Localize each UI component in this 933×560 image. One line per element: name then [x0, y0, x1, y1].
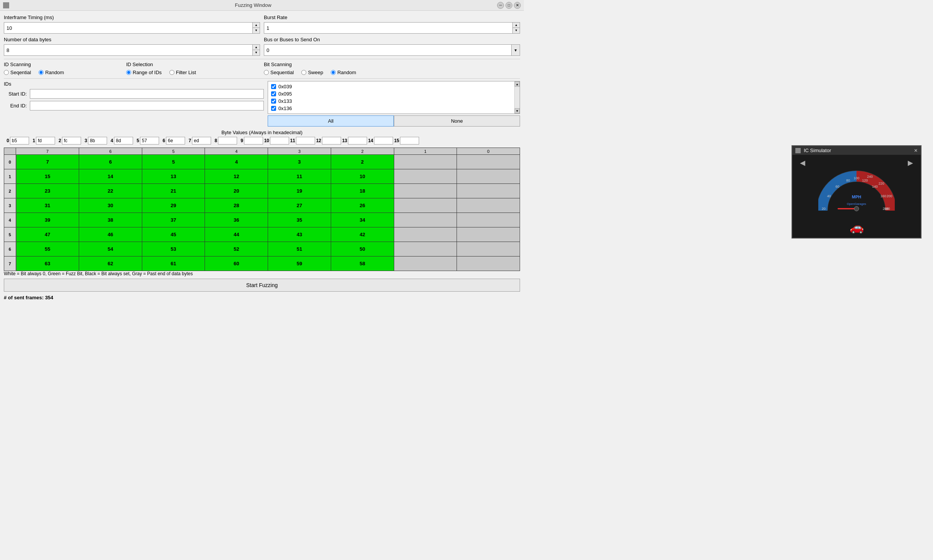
grid-cell-7-6[interactable]	[394, 256, 457, 271]
byte-input-1[interactable]	[36, 137, 55, 144]
bit-scanning-sweep[interactable]: Sweep	[301, 70, 323, 75]
ids-scroll-up[interactable]: ▲	[515, 81, 520, 87]
byte-input-2[interactable]	[62, 137, 81, 144]
byte-input-5[interactable]	[140, 137, 159, 144]
grid-cell-0-3[interactable]: 4	[205, 155, 268, 169]
num-data-bytes-input[interactable]	[4, 45, 252, 55]
grid-cell-3-1[interactable]: 30	[79, 198, 142, 213]
grid-cell-2-5[interactable]: 18	[331, 184, 394, 198]
byte-input-12[interactable]	[322, 137, 341, 144]
grid-cell-3-4[interactable]: 27	[268, 198, 331, 213]
byte-input-6[interactable]	[166, 137, 185, 144]
id-selection-filter[interactable]: Filter List	[169, 70, 196, 75]
grid-cell-7-5[interactable]: 58	[331, 256, 394, 271]
grid-cell-6-6[interactable]	[394, 242, 457, 256]
byte-input-10[interactable]	[270, 137, 289, 144]
grid-cell-5-1[interactable]: 46	[79, 227, 142, 242]
grid-cell-1-4[interactable]: 11	[268, 169, 331, 184]
grid-cell-4-6[interactable]	[394, 213, 457, 227]
grid-cell-7-1[interactable]: 62	[79, 256, 142, 271]
byte-input-7[interactable]	[192, 137, 211, 144]
id-selection-range[interactable]: Range of IDs	[126, 70, 162, 75]
grid-cell-5-3[interactable]: 44	[205, 227, 268, 242]
close-button[interactable]: ✕	[514, 2, 521, 9]
grid-cell-2-6[interactable]	[394, 184, 457, 198]
interframe-timing-up[interactable]: ▲	[253, 23, 260, 28]
grid-cell-4-7[interactable]	[457, 213, 520, 227]
checkbox-0x095[interactable]	[271, 91, 276, 96]
grid-cell-0-1[interactable]: 6	[79, 155, 142, 169]
grid-cell-7-7[interactable]	[457, 256, 520, 271]
checkbox-0x039[interactable]	[271, 84, 276, 89]
grid-cell-3-7[interactable]	[457, 198, 520, 213]
grid-cell-5-0[interactable]: 47	[16, 227, 79, 242]
grid-cell-6-4[interactable]: 51	[268, 242, 331, 256]
grid-cell-6-2[interactable]: 53	[142, 242, 205, 256]
grid-cell-3-6[interactable]	[394, 198, 457, 213]
grid-cell-5-7[interactable]	[457, 227, 520, 242]
grid-cell-3-5[interactable]: 26	[331, 198, 394, 213]
all-button[interactable]: All	[268, 115, 394, 127]
start-id-input[interactable]	[30, 89, 264, 99]
checkbox-0x136[interactable]	[271, 106, 276, 111]
grid-cell-4-0[interactable]: 39	[16, 213, 79, 227]
grid-cell-6-1[interactable]: 54	[79, 242, 142, 256]
bit-scanning-sequential[interactable]: Sequential	[264, 70, 294, 75]
grid-cell-0-5[interactable]: 2	[331, 155, 394, 169]
interframe-timing-input[interactable]	[4, 23, 252, 33]
grid-cell-4-3[interactable]: 36	[205, 213, 268, 227]
bus-select-input[interactable]: 0 1 2 3	[264, 46, 511, 55]
maximize-button[interactable]: □	[506, 2, 512, 9]
checkbox-0x133[interactable]	[271, 99, 276, 104]
grid-cell-4-2[interactable]: 37	[142, 213, 205, 227]
byte-input-3[interactable]	[88, 137, 107, 144]
id-scanning-random[interactable]: Random	[39, 70, 64, 75]
grid-cell-3-3[interactable]: 28	[205, 198, 268, 213]
bit-scanning-random[interactable]: Random	[331, 70, 356, 75]
grid-cell-2-1[interactable]: 22	[79, 184, 142, 198]
grid-cell-2-0[interactable]: 23	[16, 184, 79, 198]
grid-cell-2-3[interactable]: 20	[205, 184, 268, 198]
grid-cell-6-5[interactable]: 50	[331, 242, 394, 256]
grid-cell-7-2[interactable]: 61	[142, 256, 205, 271]
grid-cell-1-7[interactable]	[457, 169, 520, 184]
grid-cell-1-3[interactable]: 12	[205, 169, 268, 184]
grid-cell-2-4[interactable]: 19	[268, 184, 331, 198]
byte-input-0[interactable]	[10, 137, 29, 144]
grid-cell-0-0[interactable]: 7	[16, 155, 79, 169]
grid-cell-5-6[interactable]	[394, 227, 457, 242]
grid-cell-0-6[interactable]	[394, 155, 457, 169]
burst-rate-down[interactable]: ▼	[513, 28, 520, 33]
grid-cell-5-4[interactable]: 43	[268, 227, 331, 242]
start-fuzzing-button[interactable]: Start Fuzzing	[4, 279, 520, 292]
num-data-bytes-down[interactable]: ▼	[253, 50, 260, 55]
grid-cell-5-5[interactable]: 42	[331, 227, 394, 242]
grid-cell-1-1[interactable]: 14	[79, 169, 142, 184]
grid-cell-4-5[interactable]: 34	[331, 213, 394, 227]
grid-cell-0-2[interactable]: 5	[142, 155, 205, 169]
byte-input-15[interactable]	[400, 137, 419, 144]
id-scanning-sequential[interactable]: Seqential	[4, 70, 31, 75]
end-id-input[interactable]	[30, 101, 264, 110]
grid-cell-6-0[interactable]: 55	[16, 242, 79, 256]
byte-input-4[interactable]	[114, 137, 133, 144]
grid-cell-7-0[interactable]: 63	[16, 256, 79, 271]
grid-cell-7-3[interactable]: 60	[205, 256, 268, 271]
grid-cell-1-5[interactable]: 10	[331, 169, 394, 184]
grid-cell-1-2[interactable]: 13	[142, 169, 205, 184]
byte-input-14[interactable]	[374, 137, 393, 144]
grid-cell-0-7[interactable]	[457, 155, 520, 169]
ids-scroll-down[interactable]: ▼	[515, 108, 520, 114]
minimize-button[interactable]: ─	[497, 2, 504, 9]
interframe-timing-down[interactable]: ▼	[253, 28, 260, 33]
byte-input-11[interactable]	[296, 137, 315, 144]
grid-cell-3-2[interactable]: 29	[142, 198, 205, 213]
grid-cell-1-6[interactable]	[394, 169, 457, 184]
grid-cell-1-0[interactable]: 15	[16, 169, 79, 184]
burst-rate-up[interactable]: ▲	[513, 23, 520, 28]
grid-cell-5-2[interactable]: 45	[142, 227, 205, 242]
none-button[interactable]: None	[394, 115, 520, 127]
grid-cell-2-2[interactable]: 21	[142, 184, 205, 198]
grid-cell-7-4[interactable]: 59	[268, 256, 331, 271]
grid-cell-3-0[interactable]: 31	[16, 198, 79, 213]
